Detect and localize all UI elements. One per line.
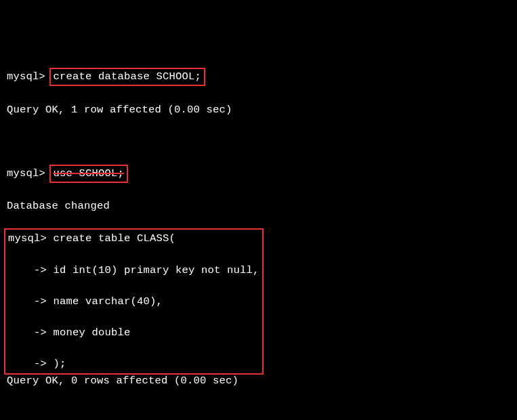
sql-create-db: create database SCHOOL; — [54, 70, 202, 83]
cont-prompt: -> — [8, 295, 54, 308]
sql-create-table-l5: ); — [54, 358, 66, 370]
cmd-cont-line: -> money double — [8, 325, 260, 341]
cmd-line: mysql> create table CLASS( — [8, 231, 260, 247]
highlight-use-db: use SCHOOL; — [49, 165, 129, 183]
prompt: mysql> — [8, 232, 54, 245]
prompt: mysql> — [7, 70, 52, 83]
highlight-create-db: create database SCHOOL; — [49, 68, 206, 86]
response-text: Database changed — [7, 198, 512, 214]
blank-line — [7, 404, 512, 420]
sql-create-table-l2: id int(10) primary key not null, — [54, 264, 260, 276]
cont-prompt: -> — [8, 327, 54, 339]
highlight-create-table: mysql> create table CLASS( -> id int(10)… — [4, 228, 264, 375]
response-text: Query OK, 0 rows affected (0.00 sec) — [7, 373, 512, 389]
sql-create-table-l1: create table CLASS( — [54, 232, 176, 245]
cmd-line: mysql> create database SCHOOL; — [7, 68, 512, 86]
prompt: mysql> — [7, 167, 52, 180]
cont-prompt: -> — [8, 264, 54, 276]
cont-prompt: -> — [8, 358, 54, 370]
sql-create-table-l3: name varchar(40), — [54, 295, 163, 308]
response-text: Query OK, 1 row affected (0.00 sec) — [7, 102, 512, 118]
cmd-line: mysql> use SCHOOL; — [7, 165, 512, 183]
sql-use-db: use SCHOOL; — [54, 167, 125, 180]
cmd-cont-line: -> id int(10) primary key not null, — [8, 263, 260, 278]
cmd-cont-line: -> ); — [8, 356, 260, 372]
blank-line — [7, 133, 512, 149]
cmd-cont-line: -> name varchar(40), — [8, 294, 260, 310]
sql-create-table-l4: money double — [54, 327, 131, 339]
